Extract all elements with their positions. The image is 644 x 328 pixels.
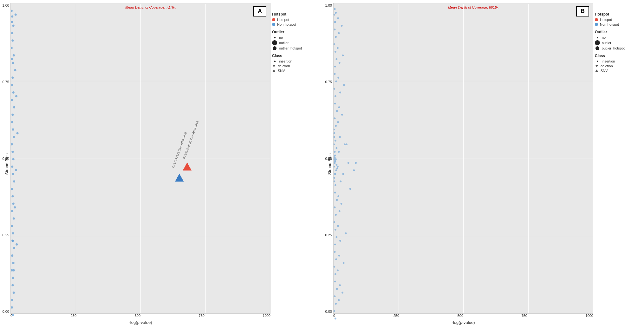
- svg-point-105: [337, 121, 339, 123]
- svg-point-78: [334, 177, 335, 179]
- svg-point-9: [12, 91, 15, 94]
- legend-a: Hotspot Hotspot Non-hotspot Outlier no o…: [270, 0, 321, 328]
- svg-point-138: [336, 167, 338, 169]
- legend-a-hotspot-label: Hotspot: [277, 18, 289, 22]
- y-tick-025: 0.25: [3, 233, 9, 237]
- svg-point-30: [13, 247, 15, 249]
- svg-point-47: [11, 10, 13, 12]
- svg-point-136: [335, 164, 337, 166]
- svg-point-123: [342, 173, 344, 175]
- x-tick-500: 500: [135, 314, 140, 318]
- svg-marker-53: [183, 163, 191, 170]
- svg-point-18: [12, 158, 15, 160]
- x-tick-b-750: 750: [522, 314, 527, 318]
- svg-point-126: [343, 262, 345, 264]
- x-tick-0: 0: [10, 314, 12, 318]
- svg-point-71: [335, 125, 337, 127]
- svg-point-51: [13, 269, 15, 272]
- svg-point-11: [13, 106, 15, 108]
- svg-point-76: [334, 162, 336, 164]
- y-tick-b-100: 1.00: [325, 3, 332, 7]
- legend-b-outlier-label: outlier: [602, 41, 611, 45]
- svg-point-91: [335, 273, 336, 275]
- svg-point-88: [334, 251, 336, 253]
- svg-point-66: [334, 88, 335, 90]
- svg-point-104: [338, 106, 340, 108]
- legend-b-insertion-dot: [597, 61, 598, 62]
- svg-point-35: [11, 284, 14, 286]
- svg-point-141: [334, 136, 335, 138]
- legend-a-outlier-hotspot-dot: [273, 46, 276, 50]
- legend-b-outlier-hotspot-dot: [595, 46, 599, 50]
- legend-a-hotspot-title: Hotspot: [272, 12, 318, 16]
- y-tick-b-025: 0.25: [325, 233, 332, 237]
- svg-point-15: [13, 136, 15, 138]
- svg-point-143: [334, 151, 336, 153]
- svg-point-63: [334, 66, 336, 68]
- svg-point-56: [334, 14, 335, 16]
- svg-point-102: [337, 77, 339, 79]
- svg-point-100: [337, 47, 339, 49]
- svg-point-108: [337, 166, 339, 167]
- svg-point-127: [342, 292, 343, 294]
- legend-a-outlier-title: Outlier: [272, 30, 318, 34]
- legend-a-insertion: insertion: [272, 59, 318, 63]
- svg-point-44: [14, 206, 16, 208]
- svg-point-145: [334, 166, 335, 167]
- panel-a-scatter: 7:117757121 G>A AF 0.0479 PT2:23598036 C…: [11, 3, 270, 322]
- x-tick-750: 750: [199, 314, 205, 318]
- svg-point-131: [349, 188, 351, 190]
- svg-point-36: [13, 292, 15, 294]
- legend-b-insertion-label: insertion: [602, 59, 615, 63]
- svg-marker-52: [175, 174, 184, 181]
- x-tick-b-250: 250: [394, 314, 399, 318]
- svg-point-17: [11, 151, 14, 153]
- svg-point-12: [11, 114, 14, 116]
- panel-b-plot-wrapper: Mean Depth of Coverage: 8018x B 1.00 0.7…: [333, 3, 593, 325]
- svg-point-117: [338, 299, 340, 301]
- svg-point-61: [335, 51, 336, 53]
- legend-a-snv-icon: [272, 69, 276, 72]
- legend-a-snv: SNV: [272, 69, 318, 73]
- panel-b-plot: Mean Depth of Coverage: 8018x B 1.00 0.7…: [333, 3, 593, 314]
- svg-point-16: [11, 143, 13, 146]
- svg-text:7:117757121 G>A AF 0.0479: 7:117757121 G>A AF 0.0479: [172, 132, 188, 169]
- legend-b-outlier: outlier: [595, 40, 641, 45]
- y-tick-050: 0.50: [3, 157, 9, 161]
- legend-a-deletion-icon: [272, 65, 276, 67]
- svg-point-40: [14, 69, 16, 71]
- svg-point-81: [336, 199, 338, 201]
- y-tick-100: 1.00: [3, 3, 9, 7]
- x-tick-250: 250: [71, 314, 76, 318]
- svg-point-130: [346, 143, 348, 145]
- svg-point-4: [11, 58, 13, 60]
- svg-point-101: [339, 62, 341, 64]
- svg-point-114: [338, 255, 340, 257]
- svg-point-43: [15, 169, 17, 171]
- svg-point-41: [15, 95, 17, 97]
- legend-a-hotspot-dot: [272, 18, 275, 21]
- svg-point-28: [12, 232, 14, 234]
- svg-point-75: [334, 154, 336, 156]
- svg-point-62: [335, 58, 337, 60]
- svg-point-147: [334, 180, 335, 182]
- svg-point-59: [335, 36, 337, 38]
- svg-point-86: [335, 236, 337, 238]
- svg-point-124: [341, 203, 342, 205]
- svg-point-142: [334, 143, 335, 145]
- legend-a-deletion-label: deletion: [278, 64, 290, 68]
- svg-point-77: [335, 169, 337, 171]
- svg-point-2: [11, 47, 13, 49]
- svg-point-31: [11, 254, 13, 257]
- legend-a-no-label: no: [279, 36, 283, 39]
- svg-point-79: [335, 184, 336, 186]
- svg-point-82: [334, 207, 336, 208]
- panel-b-x-label: -log(p-value): [333, 320, 593, 325]
- legend-b-non-hotspot-dot: [595, 23, 598, 26]
- x-tick-b-500: 500: [458, 314, 463, 318]
- svg-point-96: [334, 310, 335, 312]
- svg-point-50: [11, 239, 14, 242]
- svg-point-115: [337, 269, 339, 271]
- legend-a-outlier: outlier: [272, 40, 318, 45]
- svg-point-92: [334, 281, 336, 283]
